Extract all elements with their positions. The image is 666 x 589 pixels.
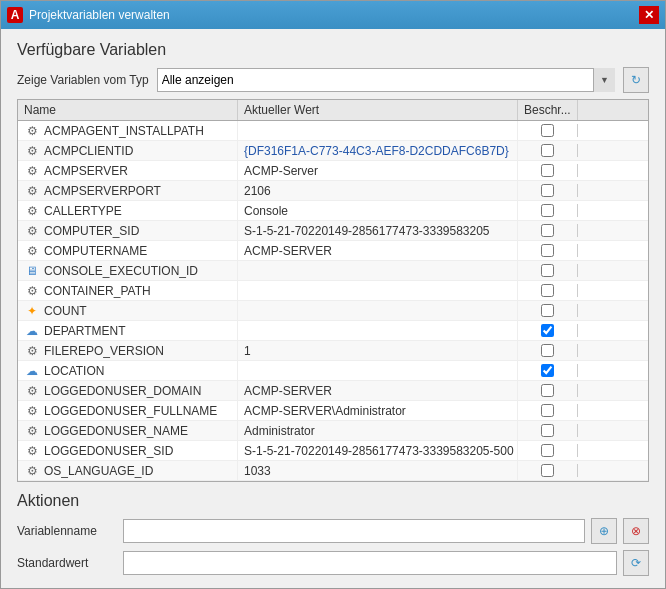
row-checkbox[interactable]: [541, 424, 554, 437]
gear-icon: ⚙: [24, 203, 40, 219]
gear-icon: ⚙: [24, 403, 40, 419]
row-checkbox[interactable]: [541, 404, 554, 417]
row-checkbox[interactable]: [541, 324, 554, 337]
refresh-icon: ↻: [631, 73, 641, 87]
row-checkbox[interactable]: [541, 264, 554, 277]
gear-icon: ⚙: [24, 423, 40, 439]
table-row[interactable]: ⚙ACMPSERVERACMP-Server: [18, 161, 648, 181]
table-row[interactable]: ⚙OS_LANGUAGE_ID1033: [18, 461, 648, 481]
aktionen-title: Aktionen: [17, 492, 649, 510]
remove-button[interactable]: ⊗: [623, 518, 649, 544]
checkbox-cell[interactable]: [518, 464, 578, 477]
table-row[interactable]: ⚙LOGGEDONUSER_NAMEAdministrator: [18, 421, 648, 441]
checkbox-cell[interactable]: [518, 444, 578, 457]
row-checkbox[interactable]: [541, 164, 554, 177]
name-cell: ☁LOCATION: [18, 361, 238, 380]
variable-name: LOGGEDONUSER_DOMAIN: [44, 384, 201, 398]
row-checkbox[interactable]: [541, 224, 554, 237]
table-row[interactable]: ⚙FILEREPO_VERSION1: [18, 341, 648, 361]
row-checkbox[interactable]: [541, 364, 554, 377]
cloud-icon: ☁: [24, 323, 40, 339]
checkbox-cell[interactable]: [518, 124, 578, 137]
checkbox-cell[interactable]: [518, 204, 578, 217]
table-row[interactable]: ⚙ACMPSERVERPORT2106: [18, 181, 648, 201]
header-value: Aktueller Wert: [238, 100, 518, 120]
row-checkbox[interactable]: [541, 244, 554, 257]
filter-select-wrapper: Alle anzeigen System Benutzer Cloud ▼: [157, 68, 615, 92]
table-row[interactable]: ⚙CONTAINER_PATH: [18, 281, 648, 301]
row-checkbox[interactable]: [541, 304, 554, 317]
checkbox-cell[interactable]: [518, 424, 578, 437]
add-button[interactable]: ⊕: [591, 518, 617, 544]
checkbox-cell[interactable]: [518, 324, 578, 337]
checkbox-cell[interactable]: [518, 144, 578, 157]
checkbox-cell[interactable]: [518, 284, 578, 297]
checkbox-cell[interactable]: [518, 364, 578, 377]
gear-icon: ⚙: [24, 463, 40, 479]
value-cell: S-1-5-21-70220149-2856177473-3339583205-…: [238, 441, 518, 460]
row-checkbox[interactable]: [541, 144, 554, 157]
close-button[interactable]: ✕: [639, 6, 659, 24]
table-row[interactable]: ☁LOCATION: [18, 361, 648, 381]
checkbox-cell[interactable]: [518, 224, 578, 237]
checkbox-cell[interactable]: [518, 384, 578, 397]
table-row[interactable]: ☁DEPARTMENT: [18, 321, 648, 341]
table-row[interactable]: ⚙LOGGEDONUSER_DOMAINACMP-SERVER: [18, 381, 648, 401]
gear-icon: ⚙: [24, 443, 40, 459]
checkbox-cell[interactable]: [518, 344, 578, 357]
value-cell: [238, 281, 518, 300]
table-row[interactable]: 🖥CONSOLE_EXECUTION_ID: [18, 261, 648, 281]
checkbox-cell[interactable]: [518, 264, 578, 277]
table-row[interactable]: ✦COUNT: [18, 301, 648, 321]
sync-icon: ⟳: [631, 556, 641, 570]
filter-select[interactable]: Alle anzeigen System Benutzer Cloud: [157, 68, 615, 92]
row-checkbox[interactable]: [541, 464, 554, 477]
value-cell: Console: [238, 201, 518, 220]
table-row[interactable]: ⚙COMPUTERNAMEACMP-SERVER: [18, 241, 648, 261]
checkbox-cell[interactable]: [518, 244, 578, 257]
variablenname-input[interactable]: [123, 519, 585, 543]
checkbox-cell[interactable]: [518, 164, 578, 177]
name-cell: ⚙LOGGEDONUSER_NAME: [18, 421, 238, 440]
filter-label: Zeige Variablen vom Typ: [17, 73, 149, 87]
name-cell: ⚙OS_LANGUAGE_ID: [18, 461, 238, 480]
name-cell: ⚙COMPUTERNAME: [18, 241, 238, 260]
remove-icon: ⊗: [631, 524, 641, 538]
checkbox-cell[interactable]: [518, 404, 578, 417]
name-cell: ⚙CALLERTYPE: [18, 201, 238, 220]
name-cell: ⚙LOGGEDONUSER_SID: [18, 441, 238, 460]
title-bar: A Projektvariablen verwalten ✕: [1, 1, 665, 29]
table-row[interactable]: ⚙ACMPCLIENTID{DF316F1A-C773-44C3-AEF8-D2…: [18, 141, 648, 161]
variable-name: CONTAINER_PATH: [44, 284, 151, 298]
cloud-icon: ☁: [24, 363, 40, 379]
gear-icon: ⚙: [24, 123, 40, 139]
name-cell: ⚙ACMPCLIENTID: [18, 141, 238, 160]
value-cell: S-1-5-21-70220149-2856177473-3339583205: [238, 221, 518, 240]
row-checkbox[interactable]: [541, 344, 554, 357]
sync-button[interactable]: ⟳: [623, 550, 649, 576]
table-row[interactable]: ⚙COMPUTER_SIDS-1-5-21-70220149-285617747…: [18, 221, 648, 241]
checkbox-cell[interactable]: [518, 184, 578, 197]
gear-icon: ⚙: [24, 143, 40, 159]
variable-name: OS_LANGUAGE_ID: [44, 464, 153, 478]
row-checkbox[interactable]: [541, 444, 554, 457]
row-checkbox[interactable]: [541, 384, 554, 397]
star-icon: ✦: [24, 303, 40, 319]
variable-name: ACMPAGENT_INSTALLPATH: [44, 124, 204, 138]
table-row[interactable]: ⚙CALLERTYPEConsole: [18, 201, 648, 221]
gear-icon: ⚙: [24, 283, 40, 299]
variable-name: COUNT: [44, 304, 87, 318]
plus-icon: ⊕: [599, 524, 609, 538]
table-row[interactable]: ⚙LOGGEDONUSER_FULLNAMEACMP-SERVER\Admini…: [18, 401, 648, 421]
table-row[interactable]: ⚙LOGGEDONUSER_SIDS-1-5-21-70220149-28561…: [18, 441, 648, 461]
standardwert-input[interactable]: [123, 551, 617, 575]
checkbox-cell[interactable]: [518, 304, 578, 317]
table-row[interactable]: ⚙ACMPAGENT_INSTALLPATH: [18, 121, 648, 141]
row-checkbox[interactable]: [541, 124, 554, 137]
value-cell: [238, 261, 518, 280]
name-cell: ⚙FILEREPO_VERSION: [18, 341, 238, 360]
row-checkbox[interactable]: [541, 284, 554, 297]
row-checkbox[interactable]: [541, 184, 554, 197]
row-checkbox[interactable]: [541, 204, 554, 217]
refresh-button[interactable]: ↻: [623, 67, 649, 93]
